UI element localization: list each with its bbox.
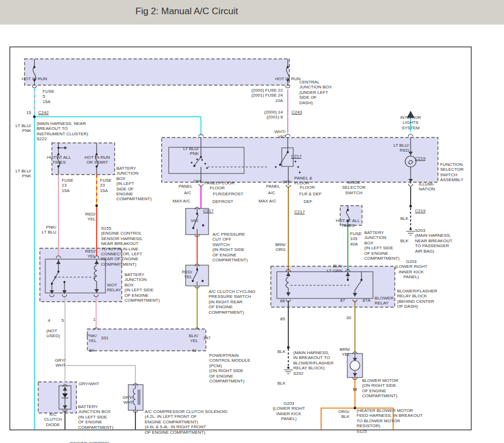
diagram-graphics — [0, 25, 504, 443]
wiring-diagram: HOT IN RUNFUSE 5 15A15C242LT BLU/ PNK(MA… — [0, 25, 504, 443]
wire-gry-wht-main — [64, 296, 65, 385]
function-selector-switch-assembly-box — [162, 137, 438, 182]
blower-flasher-relay-block-box — [271, 266, 395, 307]
splice-s203 — [410, 205, 412, 208]
wot-relay-outer-box — [40, 248, 122, 302]
wire-gry-wht-branch — [65, 366, 135, 384]
central-junction-box — [25, 59, 289, 85]
figure-title: Fig 2: Manual A/C Circuit — [135, 6, 238, 17]
ground-g203-right-symbol — [406, 228, 415, 235]
arrow-interior-lights — [407, 111, 414, 118]
diagram-frame — [10, 47, 471, 430]
fuse-105-box — [340, 206, 362, 225]
pcm-box — [87, 329, 206, 351]
title-bar: Fig 2: Manual A/C Circuit — [0, 0, 504, 25]
splice-s125 — [354, 407, 357, 410]
screenshot-root: Fig 2: Manual A/C Circuit — [0, 0, 504, 443]
wire-org-blk-tee — [321, 408, 393, 429]
splice-s202 — [287, 346, 290, 349]
wire-lt-blu-pnk-horizontal — [34, 117, 201, 136]
splice-s155 — [96, 205, 98, 207]
ground-g203-left-symbol — [284, 367, 293, 374]
splice-s222 — [33, 116, 36, 118]
junction-boxes — [25, 59, 438, 413]
